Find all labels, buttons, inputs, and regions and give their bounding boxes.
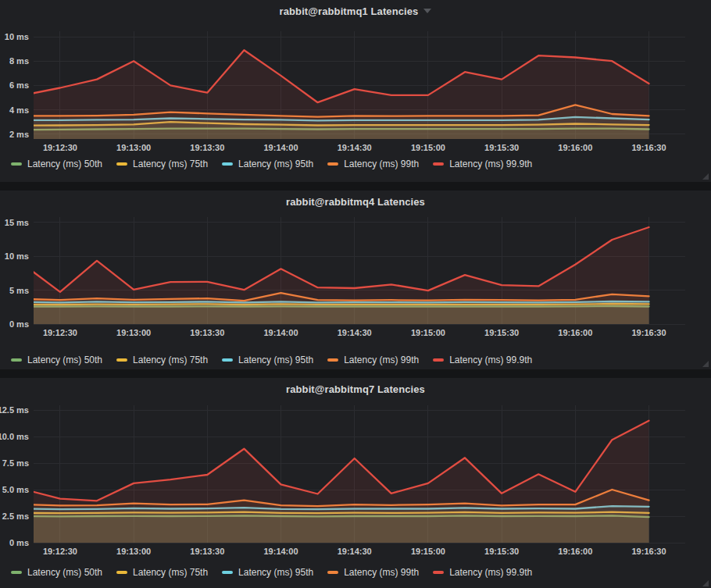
legend-series-label: Latency (ms) 95th	[238, 566, 313, 579]
panel-title[interactable]: rabbit@rabbitmq4 Latencies	[286, 196, 425, 208]
x-axis-tick-label: 19:13:00	[116, 328, 151, 337]
legend-series-label: Latency (ms) 50th	[27, 566, 102, 579]
legend-series-marker-icon	[116, 571, 127, 574]
legend-series-label: Latency (ms) 99th	[344, 158, 419, 170]
x-axis-tick-label: 19:15:30	[484, 143, 519, 152]
panel-header: rabbit@rabbitmq4 Latencies	[0, 191, 711, 212]
legend-item-50th[interactable]: Latency (ms) 50th	[11, 566, 102, 579]
legend-series-label: Latency (ms) 75th	[133, 354, 208, 366]
y-axis-tick-label: 5 ms	[9, 286, 29, 295]
panel-title[interactable]: rabbit@rabbitmq7 Latencies	[286, 383, 425, 395]
x-axis-tick-label: 19:16:00	[558, 143, 592, 152]
legend-item-99.9th[interactable]: Latency (ms) 99.9th	[433, 354, 532, 366]
y-axis-tick-label: 15 ms	[5, 218, 29, 227]
legend-series-marker-icon	[327, 358, 338, 362]
y-axis-tick-label: 0 ms	[9, 319, 29, 329]
legend-item-95th[interactable]: Latency (ms) 95th	[222, 566, 313, 579]
y-axis-tick-label: 10 ms	[5, 251, 29, 261]
y-axis-tick-label: 10 ms	[5, 32, 29, 41]
legend-series-marker-icon	[433, 162, 444, 166]
x-axis-tick-label: 19:15:00	[411, 547, 445, 556]
x-axis-tick-label: 19:14:00	[263, 547, 298, 556]
x-axis-tick-label: 19:13:00	[116, 143, 151, 152]
x-axis-tick-label: 19:16:00	[558, 547, 592, 556]
legend-series-marker-icon	[327, 162, 338, 166]
x-axis-tick-label: 19:15:00	[411, 143, 445, 152]
x-axis-tick-label: 19:15:30	[484, 547, 519, 556]
legend-series-marker-icon	[116, 358, 127, 362]
dashboard: rabbit@rabbitmq1 Latencies 19:12:3019:13…	[0, 0, 711, 588]
x-axis-tick-label: 19:14:30	[338, 328, 372, 337]
x-axis-tick-label: 19:13:00	[116, 547, 151, 556]
legend-series-label: Latency (ms) 99.9th	[449, 354, 532, 366]
legend-item-75th[interactable]: Latency (ms) 75th	[116, 354, 208, 366]
y-axis-tick-label: 8 ms	[9, 56, 29, 66]
legend-item-75th[interactable]: Latency (ms) 75th	[116, 158, 208, 170]
x-axis-tick-label: 19:12:30	[43, 143, 77, 152]
x-axis-tick-label: 19:15:30	[484, 328, 519, 337]
legend-series-label: Latency (ms) 50th	[27, 354, 102, 366]
legend-item-99th[interactable]: Latency (ms) 99th	[327, 566, 419, 579]
legend-series-label: Latency (ms) 99.9th	[449, 158, 532, 170]
y-axis-tick-label: 6 ms	[9, 80, 29, 90]
legend-item-99th[interactable]: Latency (ms) 99th	[327, 158, 419, 170]
panel-rabbitmq7: rabbit@rabbitmq7 Latencies 19:12:3019:13…	[0, 378, 711, 588]
legend-series-marker-icon	[116, 162, 127, 166]
x-axis-tick-label: 19:16:00	[558, 328, 592, 337]
legend-item-50th[interactable]: Latency (ms) 50th	[11, 158, 102, 170]
series-area	[23, 50, 649, 139]
legend-series-label: Latency (ms) 50th	[27, 158, 102, 170]
panel-menu-caret-icon[interactable]	[423, 9, 431, 13]
y-axis-tick-label: 4 ms	[9, 105, 29, 115]
legend-item-95th[interactable]: Latency (ms) 95th	[222, 354, 313, 366]
legend-series-marker-icon	[11, 358, 22, 362]
legend-series-label: Latency (ms) 99th	[344, 354, 419, 366]
y-axis-tick-label: 2 ms	[9, 130, 29, 139]
x-axis-tick-label: 19:14:00	[263, 143, 298, 152]
latency-chart-rabbitmq1[interactable]: 19:12:3019:13:0019:13:3019:14:0019:14:30…	[0, 22, 711, 155]
legend-series-marker-icon	[327, 571, 338, 574]
legend-series-marker-icon	[11, 162, 22, 166]
chart-legend: Latency (ms) 50thLatency (ms) 75thLatenc…	[0, 351, 711, 369]
legend-series-marker-icon	[222, 358, 233, 362]
x-axis-tick-label: 19:14:30	[338, 547, 372, 556]
legend-item-99.9th[interactable]: Latency (ms) 99.9th	[433, 566, 532, 579]
panel-resize-handle[interactable]	[702, 173, 709, 180]
panel-header: rabbit@rabbitmq1 Latencies	[0, 0, 711, 22]
panel-rabbitmq1: rabbit@rabbitmq1 Latencies 19:12:3019:13…	[0, 0, 711, 182]
x-axis-tick-label: 19:12:30	[43, 547, 77, 556]
legend-series-label: Latency (ms) 95th	[238, 158, 313, 170]
x-axis-tick-label: 19:16:30	[632, 547, 666, 556]
legend-series-marker-icon	[433, 571, 444, 574]
panel-title[interactable]: rabbit@rabbitmq1 Latencies	[280, 5, 419, 17]
legend-series-label: Latency (ms) 95th	[238, 354, 313, 366]
chart-legend: Latency (ms) 50thLatency (ms) 75thLatenc…	[0, 155, 711, 182]
x-axis-tick-label: 19:15:00	[411, 328, 445, 337]
latency-chart-rabbitmq7[interactable]: 19:12:3019:13:0019:13:3019:14:0019:14:30…	[0, 400, 711, 560]
x-axis-tick-label: 19:14:30	[338, 143, 372, 152]
legend-item-99.9th[interactable]: Latency (ms) 99.9th	[433, 158, 532, 170]
legend-series-label: Latency (ms) 99.9th	[449, 566, 532, 579]
x-axis-tick-label: 19:13:30	[190, 547, 224, 556]
y-axis-tick-label: 0 ms	[9, 538, 29, 547]
legend-item-50th[interactable]: Latency (ms) 50th	[11, 354, 102, 366]
panel-resize-handle[interactable]	[702, 361, 709, 367]
latency-chart-rabbitmq4[interactable]: 19:12:3019:13:0019:13:3019:14:0019:14:30…	[0, 212, 711, 351]
x-axis-tick-label: 19:16:30	[632, 143, 666, 152]
legend-series-marker-icon	[433, 358, 444, 362]
legend-series-label: Latency (ms) 99th	[344, 566, 419, 579]
y-axis-tick-label: 10.0 ms	[0, 432, 29, 441]
legend-series-label: Latency (ms) 75th	[133, 566, 208, 579]
x-axis-tick-label: 19:14:00	[263, 328, 298, 337]
legend-series-marker-icon	[222, 162, 233, 166]
legend-item-95th[interactable]: Latency (ms) 95th	[222, 158, 313, 170]
panel-resize-handle[interactable]	[702, 580, 709, 586]
panel-header: rabbit@rabbitmq7 Latencies	[0, 378, 711, 400]
y-axis-tick-label: 7.5 ms	[2, 458, 29, 468]
legend-item-99th[interactable]: Latency (ms) 99th	[327, 354, 419, 366]
legend-series-label: Latency (ms) 75th	[133, 158, 208, 170]
legend-item-75th[interactable]: Latency (ms) 75th	[116, 566, 208, 579]
x-axis-tick-label: 19:13:30	[190, 328, 224, 337]
y-axis-tick-label: 5.0 ms	[2, 485, 29, 494]
legend-series-marker-icon	[11, 571, 22, 574]
